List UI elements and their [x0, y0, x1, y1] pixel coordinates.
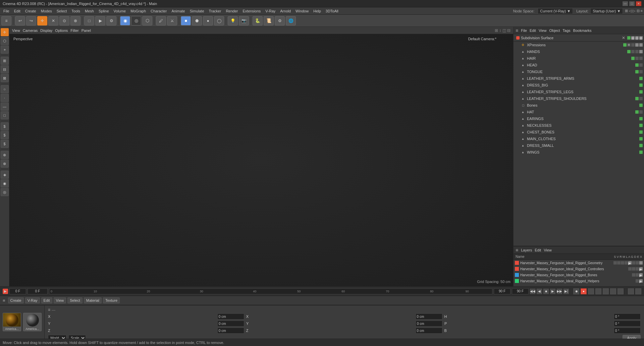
- subdivision-surface-item[interactable]: Subdivision Surface: [515, 35, 621, 41]
- menu-render[interactable]: Render: [224, 8, 240, 14]
- stop-btn[interactable]: ■: [543, 289, 549, 294]
- toolbar-cube[interactable]: ■: [181, 16, 191, 25]
- menu-simulate[interactable]: Simulate: [188, 8, 206, 14]
- y-pos-input[interactable]: 0 cm: [217, 321, 244, 327]
- lt-edge-mode[interactable]: —: [1, 103, 9, 111]
- key-btn-3[interactable]: [603, 288, 609, 294]
- bt-view[interactable]: View: [54, 297, 66, 303]
- key-btn-1[interactable]: [588, 288, 594, 294]
- obj-row-hands[interactable]: ▲ HANDS: [514, 48, 644, 55]
- play-btn[interactable]: ▶: [550, 289, 555, 294]
- menu-file[interactable]: File: [1, 8, 11, 14]
- toolbar-obj1[interactable]: ◉: [120, 16, 130, 25]
- obj-row-tongue[interactable]: ▲ TONGUE: [514, 68, 644, 75]
- lt-align[interactable]: ⊗: [1, 160, 9, 168]
- bt-menu-icon[interactable]: ≡: [3, 298, 5, 303]
- lt-render-a[interactable]: ◈: [1, 171, 9, 179]
- toolbar-menu-icon[interactable]: ≡: [1, 16, 11, 25]
- toolbar-move[interactable]: ✛: [37, 16, 47, 25]
- menu-character[interactable]: Character: [149, 8, 169, 14]
- toolbar-new[interactable]: □: [84, 16, 94, 25]
- lt-obj-mode[interactable]: ○: [1, 85, 9, 93]
- obj-row-leather-legs[interactable]: ▲ LEATHER_STRIPES_LEGS: [514, 89, 644, 95]
- h-rot-input[interactable]: 0 °: [614, 313, 641, 320]
- vh-options[interactable]: Options: [55, 28, 68, 33]
- record-btn[interactable]: ⏺: [573, 288, 579, 294]
- menu-modes[interactable]: Modes: [39, 8, 54, 14]
- obj-row-hair[interactable]: ▲ HAIR: [514, 55, 644, 62]
- toolbar-obj2[interactable]: ◎: [131, 16, 141, 25]
- menu-window[interactable]: Window: [293, 8, 311, 14]
- obj-gray-icon-3[interactable]: ⊠: [639, 36, 643, 40]
- toolbar-gear[interactable]: ⚙: [275, 16, 285, 25]
- obj-close-btn[interactable]: ✕: [622, 36, 625, 40]
- end-frame-field[interactable]: 90 F: [494, 288, 511, 294]
- menu-edit[interactable]: Edit: [12, 8, 22, 14]
- obj-row-dress-big[interactable]: ▲ DRESS_BIG: [514, 82, 644, 89]
- lt-poly-mode[interactable]: □: [1, 111, 9, 119]
- toolbar-paint[interactable]: 🖊: [156, 16, 166, 25]
- bt-create[interactable]: Create: [8, 297, 24, 303]
- menu-extensions[interactable]: Extensions: [240, 8, 263, 14]
- maximize-button[interactable]: □: [629, 1, 635, 6]
- vh-view[interactable]: View: [12, 28, 20, 33]
- obj-row-earings[interactable]: ▲ EARINGS: [514, 115, 644, 122]
- toolbar-cylinder[interactable]: ⬣: [192, 16, 202, 25]
- toolbar-rotate-y[interactable]: ⊙: [59, 16, 69, 25]
- bt-material[interactable]: Material: [84, 297, 102, 303]
- bt-edit[interactable]: Edit: [41, 297, 52, 303]
- layout-icons[interactable]: ⊞ ◁ ▷ ⊟ ≡: [625, 9, 643, 13]
- end-btn[interactable]: ▶|: [564, 289, 569, 294]
- lt-tool-b[interactable]: $: [1, 131, 9, 139]
- toolbar-torus[interactable]: ◯: [214, 16, 224, 25]
- menu-spline[interactable]: Spline: [97, 8, 111, 14]
- menu-animate[interactable]: Animate: [169, 8, 187, 14]
- obj-tab-view[interactable]: View: [539, 28, 547, 33]
- play-fwd-btn[interactable]: ▶▶: [557, 289, 562, 294]
- obj-row-main-clothes[interactable]: ▲ MAIN_CLOTHES: [514, 135, 644, 142]
- lt-view-3[interactable]: ⊠: [1, 74, 9, 82]
- key-btn-2[interactable]: [595, 288, 601, 294]
- z-size-input[interactable]: 0 cm: [416, 328, 442, 334]
- start-frame-field[interactable]: 0 F: [9, 288, 26, 294]
- obj-gray-icon-1[interactable]: ⊞: [631, 36, 635, 40]
- toolbar-redo[interactable]: ↪: [26, 16, 36, 25]
- layer-geometry[interactable]: Harvester_Massey_Ferguson_Ideal_Rigged_G…: [514, 260, 644, 266]
- lt-tool-c[interactable]: $: [1, 140, 9, 148]
- close-button[interactable]: ✕: [636, 1, 641, 6]
- toolbar-rotate-x[interactable]: ✕: [48, 16, 58, 25]
- x-size-input[interactable]: 0 cm: [416, 313, 442, 320]
- menu-help[interactable]: Help: [311, 8, 323, 14]
- lt-render-c[interactable]: ◎: [1, 188, 9, 196]
- lt-view-1[interactable]: ⊞: [1, 57, 9, 65]
- key-btn-4[interactable]: [610, 288, 616, 294]
- lt-snap[interactable]: ⊕: [1, 151, 9, 159]
- frame-down-btn[interactable]: ◀◀: [530, 289, 535, 294]
- obj-row-leather-shoulders[interactable]: ▲ LEATHER_STRIPES_SHOULDERS: [514, 95, 644, 102]
- obj-tab-edit[interactable]: Edit: [530, 28, 536, 33]
- obj-tab-bookmarks[interactable]: Bookmarks: [573, 28, 592, 33]
- key-btn-5[interactable]: [618, 288, 624, 294]
- record-start-btn[interactable]: ▶: [3, 289, 8, 294]
- vh-panel[interactable]: Panel: [82, 28, 91, 33]
- menu-mesh[interactable]: Mesh: [83, 8, 96, 14]
- toolbar-sphere[interactable]: ●: [203, 16, 213, 25]
- prev-frame-btn[interactable]: ◀: [537, 289, 542, 294]
- minimize-button[interactable]: —: [623, 1, 628, 6]
- b-rot-input[interactable]: 0 °: [614, 328, 641, 334]
- obj-row-xpressions[interactable]: ⚙ XPressions ⊞: [514, 42, 644, 48]
- menu-arnold[interactable]: Arnold: [278, 8, 293, 14]
- lt-tool-a[interactable]: $: [1, 122, 9, 130]
- vh-cameras[interactable]: Cameras: [23, 28, 38, 33]
- menu-mograph[interactable]: MoGraph: [128, 8, 148, 14]
- obj-row-head[interactable]: ▲ HEAD: [514, 62, 644, 68]
- material-1[interactable]: America...: [3, 313, 21, 331]
- obj-gray-icon-2[interactable]: ⊟: [635, 36, 639, 40]
- x-pos-input[interactable]: 0 cm: [217, 313, 244, 320]
- menu-tools[interactable]: Tools: [69, 8, 82, 14]
- end-frame-2-field[interactable]: 90 F: [512, 288, 529, 294]
- coords-menu-icon[interactable]: ≡: [48, 307, 50, 312]
- obj-row-wings[interactable]: ▲ WINGS: [514, 149, 644, 156]
- lt-move-tool[interactable]: ✛: [1, 28, 9, 36]
- layer-helpers[interactable]: Harvester_Massey_Ferguson_Ideal_Rigged_H…: [514, 278, 644, 284]
